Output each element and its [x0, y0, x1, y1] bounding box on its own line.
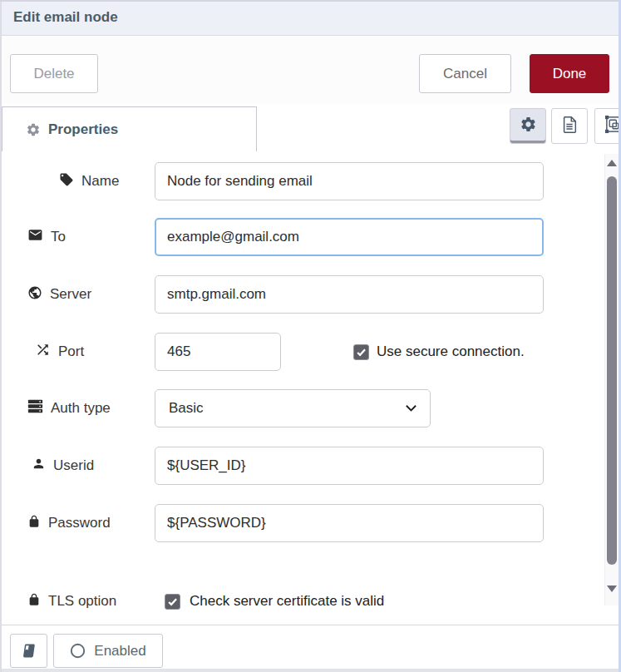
- footer-divider: [0, 625, 619, 625]
- lock-icon: [27, 593, 41, 610]
- globe-icon: [27, 285, 42, 304]
- server-label: Server: [27, 275, 91, 314]
- enabled-toggle-button[interactable]: Enabled: [53, 634, 163, 668]
- chevron-down-icon: [405, 404, 417, 413]
- name-input[interactable]: [155, 162, 544, 200]
- enabled-label: Enabled: [94, 643, 145, 660]
- scroll-down-arrow[interactable]: [607, 586, 617, 592]
- dialog-title: Edit email node: [13, 0, 118, 35]
- lock-icon: [27, 515, 41, 532]
- server-input[interactable]: [155, 275, 544, 314]
- tls-option-row: TLS option Check server certificate is v…: [0, 582, 619, 616]
- port-label: Port: [35, 333, 84, 371]
- done-button[interactable]: Done: [530, 54, 609, 93]
- userid-label: Userid: [32, 447, 94, 485]
- password-label: Password: [27, 504, 111, 542]
- properties-tab-button[interactable]: [510, 108, 546, 144]
- auth-type-select[interactable]: Basic: [155, 389, 431, 427]
- delete-button[interactable]: Delete: [10, 54, 98, 93]
- port-row: Port Use secure connection.: [0, 333, 619, 371]
- use-secure-connection-checkbox[interactable]: [353, 344, 369, 360]
- to-input[interactable]: [155, 218, 544, 256]
- name-label: Name: [59, 162, 119, 200]
- dialog-header: Edit email node: [0, 0, 619, 36]
- tab-properties-label: Properties: [48, 121, 118, 138]
- cancel-button[interactable]: Cancel: [419, 54, 511, 93]
- shuffle-icon: [35, 342, 51, 362]
- check-icon: [167, 596, 178, 607]
- user-icon: [32, 457, 46, 475]
- check-server-certificate-label: Check server certificate is valid: [190, 582, 384, 616]
- cog-icon: [26, 122, 41, 137]
- file-text-icon: [560, 116, 579, 137]
- book-icon: [20, 643, 38, 659]
- window-top-edge: [0, 0, 621, 2]
- docs-button[interactable]: [10, 634, 47, 668]
- auth-type-value: Basic: [169, 400, 405, 417]
- scroll-up-arrow[interactable]: [607, 160, 617, 166]
- properties-form: Name To Server Port Use secure connectio…: [0, 151, 619, 616]
- auth-type-row: Auth type Basic: [0, 389, 619, 427]
- window-bottom-edge: [0, 669, 619, 672]
- server-row: Server: [0, 275, 619, 314]
- password-input[interactable]: [155, 504, 544, 542]
- action-bar: Delete Cancel Done: [0, 36, 619, 105]
- userid-row: Userid: [0, 447, 619, 485]
- description-tab-button[interactable]: [551, 108, 588, 144]
- scrollbar[interactable]: [604, 154, 619, 605]
- envelope-icon: [27, 227, 43, 247]
- server-icon: [27, 398, 43, 418]
- tab-properties[interactable]: Properties: [2, 106, 257, 151]
- window-left-edge: [0, 0, 2, 672]
- use-secure-connection-label: Use secure connection.: [377, 333, 525, 371]
- tab-bar: Properties: [0, 104, 619, 151]
- appearance-tab-button[interactable]: [594, 108, 621, 144]
- cog-icon: [520, 116, 537, 136]
- check-server-certificate-checkbox[interactable]: [165, 594, 180, 610]
- scrollbar-thumb[interactable]: [607, 176, 617, 565]
- tag-icon: [59, 172, 74, 191]
- to-row: To: [0, 218, 619, 256]
- password-row: Password: [0, 504, 619, 542]
- tls-option-label: TLS option: [27, 582, 116, 616]
- check-icon: [356, 347, 367, 358]
- auth-type-label: Auth type: [27, 389, 111, 427]
- port-input[interactable]: [155, 333, 281, 371]
- to-label: To: [27, 218, 66, 256]
- userid-input[interactable]: [155, 447, 544, 485]
- name-row: Name: [0, 162, 619, 200]
- circle-o-icon: [70, 643, 86, 659]
